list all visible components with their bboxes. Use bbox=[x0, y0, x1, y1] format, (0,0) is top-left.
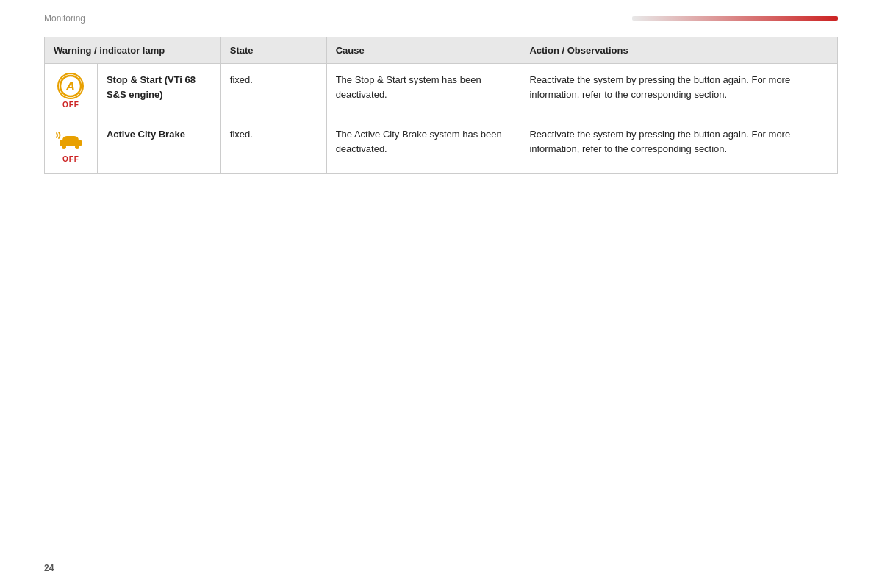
col-state: State bbox=[220, 37, 326, 64]
page-number: 24 bbox=[44, 563, 54, 573]
city-brake-name: Active City Brake bbox=[97, 118, 220, 174]
col-action: Action / Observations bbox=[520, 37, 838, 64]
col-warning: Warning / indicator lamp bbox=[45, 37, 221, 64]
city-brake-svg bbox=[55, 127, 86, 152]
stop-start-state: fixed. bbox=[220, 64, 326, 118]
stop-start-action: Reactivate the system by pressing the bu… bbox=[520, 64, 838, 118]
svg-point-4 bbox=[75, 145, 79, 149]
table-header-row: Warning / indicator lamp State Cause Act… bbox=[45, 37, 838, 64]
city-brake-icon: OFF bbox=[51, 127, 91, 165]
city-brake-cause: The Active City Brake system has been de… bbox=[326, 118, 520, 174]
city-brake-action: Reactivate the system by pressing the bu… bbox=[520, 118, 838, 174]
svg-point-3 bbox=[62, 145, 66, 149]
page-title: Monitoring bbox=[44, 13, 85, 24]
stop-start-name: Stop & Start (VTi 68 S&S engine) bbox=[97, 64, 220, 118]
page-header: Monitoring bbox=[0, 0, 882, 24]
stop-start-icon: A OFF bbox=[51, 73, 91, 109]
stop-start-svg: A bbox=[59, 74, 82, 98]
letter-a-icon: A bbox=[57, 73, 84, 99]
stop-start-cause: The Stop & Start system has been deactiv… bbox=[326, 64, 520, 118]
table-row: OFF Active City Brake fixed. The Active … bbox=[45, 118, 838, 174]
stop-start-icon-cell: A OFF bbox=[45, 64, 98, 118]
table-row: A OFF Stop & Start (VTi 68 S&S engine) f… bbox=[45, 64, 838, 118]
city-brake-off-label: OFF bbox=[62, 154, 79, 165]
svg-text:A: A bbox=[65, 79, 75, 93]
main-content: Warning / indicator lamp State Cause Act… bbox=[0, 37, 882, 174]
stop-start-off-label: OFF bbox=[62, 101, 79, 109]
monitoring-table: Warning / indicator lamp State Cause Act… bbox=[44, 37, 838, 174]
city-brake-state: fixed. bbox=[220, 118, 326, 174]
header-bar bbox=[632, 16, 838, 21]
city-brake-icon-cell: OFF bbox=[45, 118, 98, 174]
col-cause: Cause bbox=[326, 37, 520, 64]
